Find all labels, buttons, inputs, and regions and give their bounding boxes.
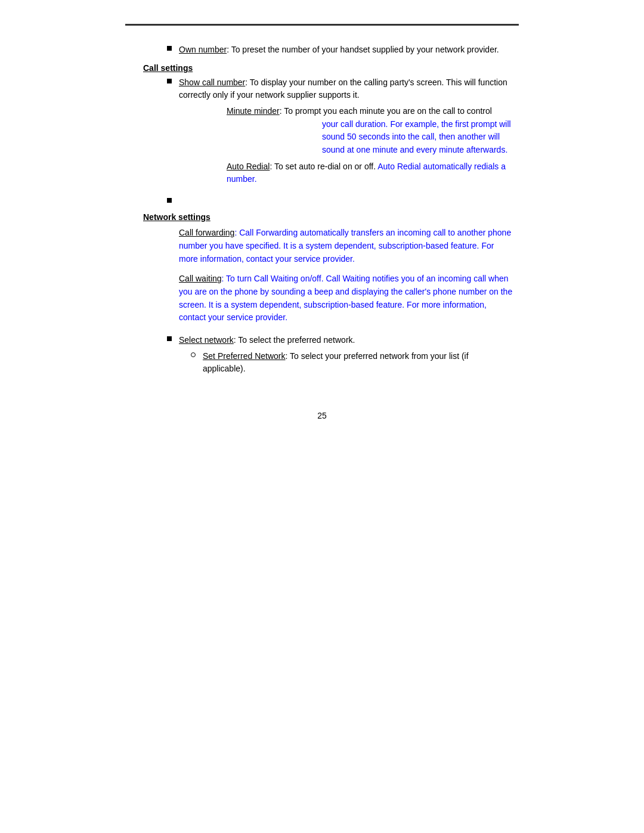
bullet-icon-empty (167, 198, 172, 203)
bullet-icon (167, 79, 172, 83)
set-preferred-label: Set Preferred Network (203, 351, 286, 361)
show-call-number-text: Show call number: To display your number… (179, 76, 513, 101)
auto-redial-text: : To set auto re-dial on or off. (270, 162, 376, 171)
minute-minder-text: : To prompt you each minute you are on t… (280, 106, 492, 116)
call-forwarding-label: Call forwarding (179, 228, 234, 237)
select-network-body: : To select the preferred network. (234, 335, 355, 345)
minute-minder-blue-text: your call duration. For example, the fir… (227, 118, 513, 157)
own-number-item: Own number: To preset the number of your… (131, 44, 513, 56)
bullet-icon (167, 46, 172, 51)
show-call-number-item: Show call number: To display your number… (131, 76, 513, 101)
call-waiting-label: Call waiting (179, 274, 222, 283)
call-forwarding-block: Call forwarding: Call Forwarding automat… (131, 227, 513, 265)
select-network-item: Select network: To select the preferred … (131, 334, 513, 346)
page-container: Own number: To preset the number of your… (89, 0, 555, 833)
circle-bullet-icon (191, 352, 196, 357)
bullet-icon-select (167, 336, 172, 341)
content-area: Own number: To preset the number of your… (125, 44, 519, 420)
select-network-label: Select network (179, 335, 234, 345)
empty-bullet-item (131, 196, 513, 203)
own-number-text: Own number: To preset the number of your… (179, 44, 513, 56)
call-waiting-blue: : To turn Call Waiting on/off. Call Wait… (179, 274, 512, 322)
auto-redial-label: Auto Redial (227, 162, 270, 171)
network-settings-heading: Network settings (131, 212, 513, 222)
set-preferred-item: Set Preferred Network: To select your pr… (131, 350, 513, 375)
set-preferred-text: Set Preferred Network: To select your pr… (203, 350, 513, 375)
own-number-label: Own number (179, 45, 227, 54)
select-network-text: Select network: To select the preferred … (179, 334, 513, 346)
minute-minder-block: Minute minder: To prompt you each minute… (131, 105, 513, 157)
top-border (125, 24, 519, 26)
own-number-body: : To preset the number of your handset s… (227, 45, 499, 54)
auto-redial-block: Auto Redial: To set auto re-dial on or o… (131, 160, 513, 186)
minute-minder-label: Minute minder (227, 106, 280, 116)
show-call-number-label: Show call number (179, 78, 245, 87)
call-waiting-block: Call waiting: To turn Call Waiting on/of… (131, 272, 513, 324)
minute-minder-blue: your call duration. For example, the fir… (322, 119, 511, 154)
call-settings-heading: Call settings (131, 63, 513, 73)
page-number: 25 (131, 411, 513, 420)
